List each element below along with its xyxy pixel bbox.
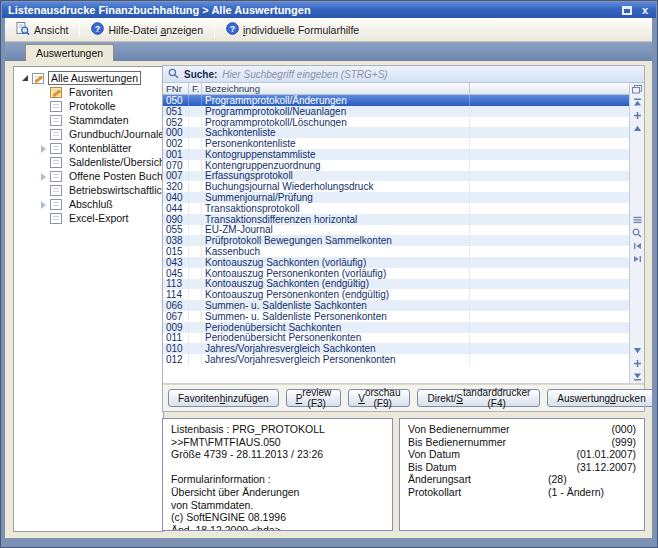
cell-bezeichnung: Transaktionsdifferenzen horizontal [202, 214, 470, 225]
cell-fnr: 000 [163, 127, 189, 138]
action-button[interactable]: Auswertung drucken [547, 389, 652, 407]
table-row[interactable]: 011 Periodenübersicht Personenkonten [163, 333, 629, 344]
cell-empty [470, 257, 629, 268]
hilfe-datei-label: Hilfe-Datei anzeigen [108, 24, 203, 36]
hilfe-datei-anzeigen-button[interactable]: ? Hilfe-Datei anzeigen [84, 19, 210, 40]
expander-icon[interactable] [38, 199, 49, 210]
cell-bezeichnung: Kontogruppenstammliste [202, 149, 470, 160]
cell-empty [470, 106, 629, 117]
tree-item[interactable]: Kontenblätter [14, 141, 163, 155]
table-row[interactable]: 090 Transaktionsdifferenzen horizontal [163, 214, 629, 225]
favorites-icon [50, 87, 62, 98]
page-icon [50, 115, 62, 126]
expander-icon[interactable] [38, 213, 49, 224]
expander-icon[interactable] [38, 143, 49, 154]
column-header-f[interactable]: F. [189, 83, 202, 95]
table-row[interactable]: 040 Summenjournal/Prüfung [163, 192, 629, 203]
cell-fnr: 045 [163, 268, 189, 279]
cell-empty [470, 138, 629, 149]
expander-icon[interactable] [38, 129, 49, 140]
table-row[interactable]: 070 Kontengruppenzuordnung [163, 160, 629, 171]
jump-first-icon[interactable] [630, 240, 644, 253]
cell-empty [470, 149, 629, 160]
search-bar[interactable]: Suche: Hier Suchbegriff eingeben (STRG+S… [163, 66, 644, 83]
page-up-icon[interactable] [630, 109, 644, 122]
svg-text:?: ? [95, 24, 101, 34]
table-row[interactable]: 045 Kontoauszug Personenkonten (vorläufi… [163, 268, 629, 279]
tree-item[interactable]: Saldenliste/Übersicht [14, 155, 163, 169]
table-row[interactable]: 051 Programmprotokoll/Neuanlagen [163, 106, 629, 117]
cell-empty [470, 268, 629, 279]
scroll-to-bottom-icon[interactable] [630, 370, 644, 383]
row-up-icon[interactable] [630, 122, 644, 135]
table-row[interactable]: 055 EU-ZM-Journal [163, 225, 629, 236]
cell-f [189, 106, 202, 117]
tree-item[interactable]: Grundbuch/Journale [14, 127, 163, 141]
row-down-icon[interactable] [630, 344, 644, 357]
page-icon [50, 213, 62, 224]
table-row[interactable]: 044 Transaktionsprotokoll [163, 203, 629, 214]
tab-auswertungen[interactable]: Auswertungen [25, 44, 114, 61]
column-header-bezeichnung[interactable]: Bezeichnung [202, 83, 470, 95]
table-row[interactable]: 038 Prüfprotokoll Bewegungen Sammelkonte… [163, 235, 629, 246]
restore-window-icon[interactable] [622, 6, 632, 15]
expander-icon[interactable] [38, 185, 49, 196]
parameter-panel: Von Bedienernummer (000) Bis Bedienernum… [399, 418, 645, 531]
tree-item[interactable]: Protokolle [14, 99, 163, 113]
search-records-icon[interactable] [630, 227, 644, 240]
table-row[interactable]: 010 Jahres/Vorjahresvergleich Sachkonten [163, 343, 629, 354]
tree-item[interactable]: Alle Auswertungen [14, 71, 163, 85]
tree-item[interactable]: Favoriten [14, 85, 163, 99]
table-row[interactable]: 000 Sachkontenliste [163, 127, 629, 138]
column-options-icon[interactable] [630, 83, 644, 96]
search-input[interactable]: Hier Suchbegriff eingeben (STRG+S) [222, 69, 387, 80]
expander-icon[interactable] [38, 115, 49, 126]
table-row[interactable]: 002 Personenkontenliste [163, 138, 629, 149]
cell-f [189, 333, 202, 344]
table-row[interactable]: 009 Periodenübersicht Sachkonten [163, 322, 629, 333]
cell-fnr: 320 [163, 181, 189, 192]
scroll-to-top-icon[interactable] [630, 96, 644, 109]
cell-f [189, 300, 202, 311]
table-row[interactable]: 052 Programmprotokoll/Löschungen [163, 117, 629, 128]
tree-item[interactable]: Stammdaten [14, 113, 163, 127]
table-row[interactable]: 113 Kontoauszug Sachkonten (endgültig) [163, 279, 629, 290]
cell-f [189, 203, 202, 214]
individuelle-formularhilfe-button[interactable]: ? individuelle Formularhilfe [219, 19, 366, 40]
column-header-fnr[interactable]: FNr [163, 83, 189, 95]
close-window-icon[interactable]: x [640, 5, 650, 16]
table-row[interactable]: 066 Summen- u. Saldenliste Sachkonten [163, 300, 629, 311]
view-list-icon[interactable] [630, 214, 644, 227]
parameter-row: Von Bedienernummer (000) [408, 423, 636, 436]
cell-bezeichnung: Kontoauszug Personenkonten (vorläufig) [202, 268, 470, 279]
table-row[interactable]: 001 Kontogruppenstammliste [163, 149, 629, 160]
table-row[interactable]: 320 Buchungsjournal Wiederholungsdruck [163, 181, 629, 192]
table-row[interactable]: 050 Programmprotokoll/Änderungen [163, 95, 629, 106]
expander-icon[interactable] [38, 87, 49, 98]
tree-item[interactable]: Excel-Export [14, 211, 163, 225]
table-row[interactable]: 012 Jahres/Vorjahresvergleich Personenko… [163, 354, 629, 365]
expander-icon[interactable] [38, 157, 49, 168]
action-button[interactable]: Direkt/Standarddrucker (F4) [417, 389, 540, 407]
table-row[interactable]: 043 Kontoauszug Sachkonten (vorläufig) [163, 257, 629, 268]
evaluations-panel: Suche: Hier Suchbegriff eingeben (STRG+S… [162, 65, 645, 412]
tree-item[interactable]: Offene Posten Buchhaltung [14, 169, 163, 183]
action-button[interactable]: Favoriten hinzufügen [168, 389, 279, 407]
ansicht-button[interactable]: Ansicht [9, 19, 75, 40]
expander-icon[interactable] [38, 171, 49, 182]
action-button[interactable]: Vorschau (F9) [348, 389, 410, 407]
table-row[interactable]: 007 Erfassungsprotokoll [163, 171, 629, 182]
expander-icon[interactable] [38, 101, 49, 112]
table-row[interactable]: 015 Kassenbuch [163, 246, 629, 257]
action-button[interactable]: Preview (F3) [286, 389, 342, 407]
tree-item[interactable]: Betriebswirtschaftliche Auswertungen [14, 183, 163, 197]
table-row[interactable]: 067 Summen- u. Saldenliste Personenkonte… [163, 311, 629, 322]
titlebar: Listenausdrucke Finanzbuchhaltung > Alle… [2, 2, 656, 18]
page-down-icon[interactable] [630, 357, 644, 370]
tree-item[interactable]: Abschluß [14, 197, 163, 211]
table-row[interactable]: 114 Kontoauszug Personenkonten (endgülti… [163, 289, 629, 300]
jump-last-icon[interactable] [630, 253, 644, 266]
form-info-line: (c) SoftENGINE 08.1996 [171, 511, 384, 524]
expander-icon[interactable] [20, 73, 31, 84]
cell-bezeichnung: Summen- u. Saldenliste Personenkonten [202, 311, 470, 322]
